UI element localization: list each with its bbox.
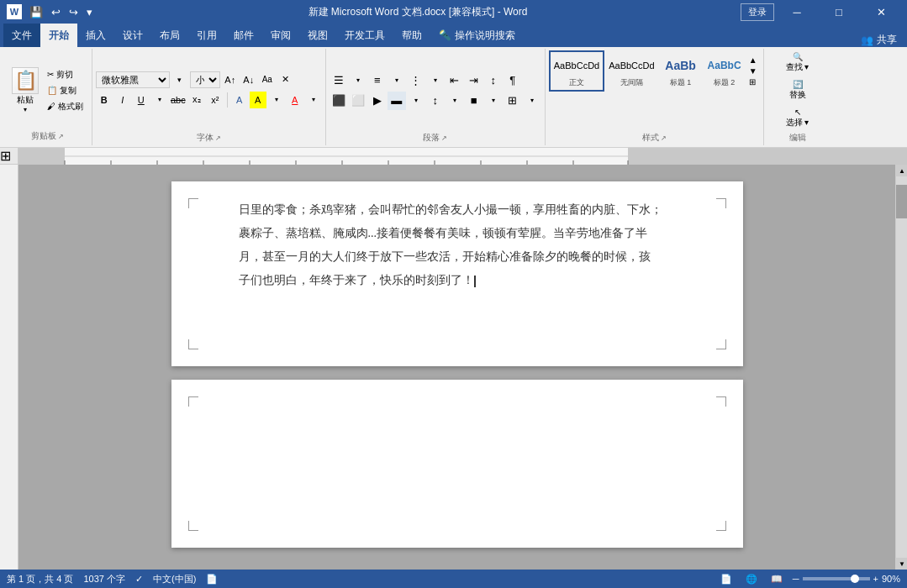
page-2[interactable]	[171, 380, 743, 548]
text-effect-btn[interactable]: A	[231, 92, 248, 108]
select-button[interactable]: ↖ 选择 ▾	[783, 106, 813, 130]
font-color-dropdown[interactable]: ▾	[268, 92, 285, 108]
paste-button[interactable]: 📋 粘贴 ▾	[8, 66, 42, 115]
font-grow-btn[interactable]: A↑	[222, 71, 239, 88]
scroll-up-btn[interactable]: ▲	[896, 165, 907, 176]
paragraph-1[interactable]: 日里的零食；杀鸡宰猪，会叫帮忙的邻舍友人小撮一顿，享用牲畜的内脏、下水；	[239, 198, 676, 222]
focus-mode-icon[interactable]: 📄	[206, 574, 218, 585]
vertical-scrollbar[interactable]: ▲ ▼	[895, 165, 907, 570]
list-numbered-btn[interactable]: ≡	[368, 71, 387, 90]
tab-design[interactable]: 设计	[114, 24, 151, 47]
indent-decrease-btn[interactable]: ⇤	[446, 71, 464, 90]
undo-button[interactable]: ↩	[49, 4, 63, 20]
clipboard-expand-icon[interactable]: ↗	[58, 133, 64, 140]
zoom-in-btn[interactable]: +	[873, 574, 878, 584]
styles-up-btn[interactable]: ▲	[748, 55, 758, 66]
paragraph-2[interactable]: 裹粽子、蒸培糕、腌咸肉...接着便餐餐有美味，顿顿有荤腥。当辛劳地准备了半	[239, 222, 676, 245]
list-bullets-dropdown[interactable]: ▾	[349, 71, 367, 90]
tab-references[interactable]: 引用	[188, 24, 225, 47]
font-family-select[interactable]: 微软雅黑	[96, 71, 170, 88]
border-btn[interactable]: ⊞	[504, 92, 522, 110]
font-expand-icon[interactable]: ↗	[215, 134, 221, 142]
tab-help[interactable]: 帮助	[393, 24, 430, 47]
document-area[interactable]: 日里的零食；杀鸡宰猪，会叫帮忙的邻舍友人小撮一顿，享用牲畜的内脏、下水； 裹粽子…	[18, 165, 895, 570]
web-layout-btn[interactable]: 🌐	[742, 573, 761, 585]
align-justify-btn[interactable]: ▬	[388, 92, 406, 110]
align-center-btn[interactable]: ⬜	[349, 92, 367, 110]
indent-increase-btn[interactable]: ⇥	[465, 71, 483, 90]
more-quick-button[interactable]: ▾	[84, 4, 95, 20]
bold-button[interactable]: B	[96, 92, 113, 108]
find-button[interactable]: 🔍 查找 ▾	[783, 50, 813, 75]
strikethrough-button[interactable]: abc	[170, 92, 187, 108]
list-outline-btn[interactable]: ⋮	[407, 71, 425, 90]
font-size-select[interactable]: 小四	[190, 71, 220, 88]
save-button[interactable]: 💾	[27, 4, 45, 20]
copy-button[interactable]: 📋 复制	[44, 83, 87, 98]
style-normal[interactable]: AaBbCcDd 正文	[549, 50, 604, 92]
case-btn[interactable]: Aa	[259, 71, 276, 88]
scroll-down-btn[interactable]: ▼	[896, 558, 907, 570]
paragraph-4[interactable]: 子们也明白，年终于来了，快乐的时刻到了！	[239, 269, 676, 292]
page-1-content[interactable]: 日里的零食；杀鸡宰猪，会叫帮忙的邻舍友人小撮一顿，享用牲畜的内脏、下水； 裹粽子…	[239, 198, 676, 292]
align-left-btn[interactable]: ⬛	[330, 92, 348, 110]
clear-format-btn[interactable]: ✕	[277, 71, 294, 88]
scroll-thumb[interactable]	[896, 185, 907, 218]
paragraph-expand-icon[interactable]: ↗	[441, 134, 447, 142]
font-expand-btn[interactable]: ▾	[171, 71, 188, 88]
align-right-btn[interactable]: ▶	[368, 92, 387, 110]
paragraph-3[interactable]: 月，甚至一月的大人们终于放下一些农活，开始精心准备除夕的晚餐的时候，孩	[239, 245, 676, 269]
tab-insert[interactable]: 插入	[77, 24, 114, 47]
styles-expand-btn[interactable]: ⊞	[748, 76, 758, 87]
tab-home[interactable]: 开始	[40, 24, 77, 47]
login-button[interactable]: 登录	[741, 3, 774, 21]
superscript-button[interactable]: x²	[207, 92, 224, 108]
subscript-button[interactable]: x₂	[188, 92, 205, 108]
font-color-btn[interactable]: A	[287, 92, 303, 108]
show-marks-btn[interactable]: ¶	[504, 71, 522, 90]
replace-button[interactable]: 🔄 替换	[783, 78, 813, 102]
format-painter-button[interactable]: 🖌 格式刷	[44, 99, 87, 114]
page-1[interactable]: 日里的零食；杀鸡宰猪，会叫帮忙的邻舍友人小撮一顿，享用牲畜的内脏、下水； 裹粽子…	[171, 181, 743, 366]
tab-file[interactable]: 文件	[3, 24, 40, 47]
underline-button[interactable]: U	[133, 92, 150, 108]
italic-button[interactable]: I	[114, 92, 131, 108]
list-bullets-btn[interactable]: ☰	[330, 71, 348, 90]
font-shrink-btn[interactable]: A↓	[240, 71, 257, 88]
cut-button[interactable]: ✂ 剪切	[44, 67, 87, 82]
close-button[interactable]: ✕	[862, 0, 900, 24]
highlight-btn[interactable]: A	[250, 92, 266, 108]
styles-expand-icon[interactable]: ↗	[661, 134, 667, 142]
list-numbered-dropdown[interactable]: ▾	[388, 71, 406, 90]
read-mode-btn[interactable]: 📖	[767, 573, 786, 585]
align-justify-dropdown[interactable]: ▾	[407, 92, 425, 110]
font-color-btn2[interactable]: ▾	[305, 92, 322, 108]
print-layout-btn[interactable]: 📄	[717, 573, 736, 585]
sort-btn[interactable]: ↕	[484, 71, 503, 90]
tab-developer[interactable]: 开发工具	[336, 24, 393, 47]
tab-mailings[interactable]: 邮件	[225, 24, 262, 47]
scroll-track[interactable]	[896, 176, 907, 558]
line-spacing-dropdown[interactable]: ▾	[446, 92, 464, 110]
ruler-corner[interactable]: ⊞	[0, 148, 18, 165]
tab-search[interactable]: 🔦操作说明搜索	[430, 24, 524, 47]
border-dropdown[interactable]: ▾	[523, 92, 541, 110]
shading-btn[interactable]: ■	[465, 92, 483, 110]
underline-dropdown[interactable]: ▾	[151, 92, 168, 108]
zoom-slider[interactable]	[803, 577, 870, 580]
shading-dropdown[interactable]: ▾	[484, 92, 503, 110]
redo-button[interactable]: ↪	[66, 4, 81, 20]
tab-review[interactable]: 审阅	[262, 24, 299, 47]
restore-button[interactable]: □	[820, 0, 858, 24]
minimize-button[interactable]: ─	[778, 0, 816, 24]
share-button[interactable]: 👥 共享	[854, 33, 904, 47]
proofing-icon[interactable]: ✓	[135, 574, 143, 585]
list-outline-dropdown[interactable]: ▾	[426, 71, 445, 90]
line-spacing-btn[interactable]: ↕	[426, 92, 445, 110]
zoom-thumb[interactable]	[851, 575, 859, 583]
zoom-level[interactable]: 90%	[882, 574, 900, 584]
zoom-out-btn[interactable]: ─	[793, 574, 799, 584]
style-heading2[interactable]: AaBbC 标题 2	[703, 51, 746, 91]
styles-down-btn[interactable]: ▼	[748, 66, 758, 76]
tab-layout[interactable]: 布局	[151, 24, 188, 47]
